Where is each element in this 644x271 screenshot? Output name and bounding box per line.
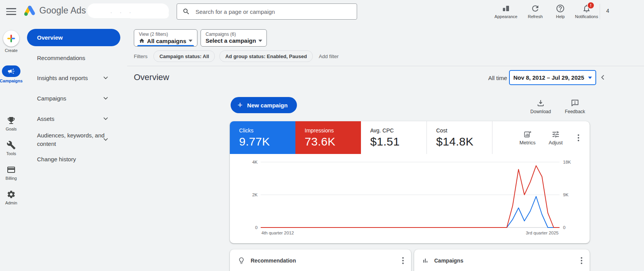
date-range-value: Nov 8, 2012 – Jul 29, 2025 [513,74,584,81]
chevron-down-icon[interactable] [102,94,110,102]
nav-item-change-history[interactable]: Change history [37,156,76,162]
metrics-chart-plus-icon [523,130,532,139]
top-bar: Google Ads · · · Appearance Refresh Help [0,0,644,23]
svg-text:4th quarter 2012: 4th quarter 2012 [261,231,294,235]
refresh-icon [531,4,540,13]
rail-label-create: Create [5,48,17,53]
chevron-left-icon[interactable] [598,73,607,82]
recommendation-card: Recommendation [230,249,411,271]
account-id-fragment: 4 [602,8,644,14]
notifications-button[interactable]: ! Notifications [571,2,602,19]
scorecard-cost-label: Cost [436,127,492,134]
overview-timeseries-chart: 4K18K2K9K004th quarter 20123rd quarter 2… [230,156,590,239]
google-ads-logo-icon [23,4,36,17]
rail-item-campaigns[interactable]: Campaigns [0,65,22,83]
credit-card-icon [7,165,16,174]
nav-item-assets[interactable]: Assets [37,115,54,122]
rail-label-tools: Tools [6,151,16,156]
appearance-label: Appearance [494,14,517,19]
svg-text:18K: 18K [563,160,571,164]
kebab-menu-icon[interactable] [579,255,584,266]
megaphone-icon [7,67,15,75]
help-button[interactable]: Help [550,2,571,19]
global-search[interactable] [177,3,357,20]
adjust-sliders-icon [551,130,560,139]
scorecard-cost-value: $14.8K [436,135,492,148]
scorecard-impressions-value: 73.6K [305,135,361,148]
date-range-picker[interactable]: Nov 8, 2012 – Jul 29, 2025 [509,70,596,85]
rail-item-goals[interactable]: Goals [0,116,22,131]
left-rail: Create Campaigns Goals Tools Billing Adm… [0,23,22,271]
feedback-button[interactable]: Feedback [560,99,590,114]
scorecard-clicks[interactable]: Clicks 9.77K [230,121,295,154]
help-label: Help [556,14,565,19]
notifications-label: Notifications [575,14,598,19]
refresh-button[interactable]: Refresh [521,2,550,19]
secondary-nav: Overview Recommendations Insights and re… [22,23,127,271]
chart-area: 4K18K2K9K004th quarter 20123rd quarter 2… [230,156,590,239]
filters-label: Filters [134,54,147,59]
date-dropdown-arrow-icon [588,77,592,79]
campaign-selector[interactable]: Campaigns (6) Select a campaign [201,29,267,47]
adjust-label: Adjust [549,140,563,146]
metrics-button[interactable]: Metrics [519,130,536,146]
date-range-preset-label: All time [488,75,507,81]
filters-row: Filters Campaign status: All Ad group st… [134,50,339,62]
google-ads-logo[interactable]: Google Ads [23,4,86,17]
header-divider [127,66,644,66]
rail-item-tools[interactable]: Tools [0,141,22,156]
nav-item-audiences-keywords-content[interactable]: Audiences, keywords, and content [37,131,106,148]
search-input[interactable] [195,8,343,15]
help-icon [556,4,565,13]
metrics-label: Metrics [519,140,536,146]
hamburger-menu-icon[interactable] [6,7,16,16]
campaign-selector-label: Campaigns (6) [206,32,262,37]
kebab-menu-icon[interactable] [400,255,406,266]
svg-text:0: 0 [255,225,258,230]
svg-text:3rd quarter 2025: 3rd quarter 2025 [526,231,558,235]
campaigns-active-pill [2,65,20,77]
view-selector[interactable]: View (2 filters) All campaigns [134,29,197,47]
scorecard-cost[interactable]: Cost $14.8K [427,121,492,154]
scorecard-clicks-label: Clicks [239,127,295,134]
campaign-selector-value: Select a campaign [206,37,256,44]
plus-icon: + [238,101,243,109]
chevron-down-icon[interactable] [102,74,110,82]
scorecard-impressions-label: Impressions [305,127,361,134]
kebab-menu-icon[interactable] [576,132,581,143]
product-name: Google Ads [39,5,86,16]
nav-item-recommendations[interactable]: Recommendations [37,55,85,61]
notification-badge: ! [587,2,595,9]
scorecard-impressions[interactable]: Impressions 73.6K [295,121,361,154]
adjust-button[interactable]: Adjust [549,130,563,146]
rail-label-admin: Admin [5,201,17,205]
rail-item-admin[interactable]: Admin [0,190,22,205]
topbar-actions: Appearance Refresh Help ! Notifications [491,2,602,19]
create-plus-icon [7,35,15,42]
chevron-down-icon[interactable] [102,115,110,122]
feedback-label: Feedback [565,109,585,114]
create-button[interactable] [3,30,19,47]
scorecard-row: Clicks 9.77K Impressions 73.6K Avg. CPC … [230,121,590,154]
rail-item-create[interactable]: Create [0,30,22,53]
view-selector-label: View (2 filters) [139,32,192,37]
nav-item-insights-and-reports[interactable]: Insights and reports [37,75,88,81]
overview-chart-card: Clicks 9.77K Impressions 73.6K Avg. CPC … [230,121,590,243]
view-selector-underline [137,45,194,46]
rail-item-billing[interactable]: Billing [0,165,22,181]
add-filter-button[interactable]: Add filter [319,54,339,59]
scorecard-avg-cpc[interactable]: Avg. CPC $1.51 [361,121,427,154]
new-campaign-button[interactable]: + New campaign [231,97,297,113]
filter-chip-campaign-status[interactable]: Campaign status: All [153,50,215,62]
appearance-button[interactable]: Appearance [491,2,521,19]
bar-chart-icon [422,257,429,264]
nav-item-campaigns[interactable]: Campaigns [37,95,66,102]
nav-item-overview[interactable]: Overview [27,29,120,46]
svg-text:9K: 9K [563,192,568,197]
filter-chip-ad-group-status[interactable]: Ad group status: Enabled, Paused [219,50,313,62]
rail-label-campaigns: Campaigns [0,79,23,83]
rail-label-billing: Billing [5,176,17,181]
download-button[interactable]: Download [525,99,556,114]
recommendation-card-title: Recommendation [251,258,395,264]
chevron-down-icon[interactable] [102,136,110,143]
